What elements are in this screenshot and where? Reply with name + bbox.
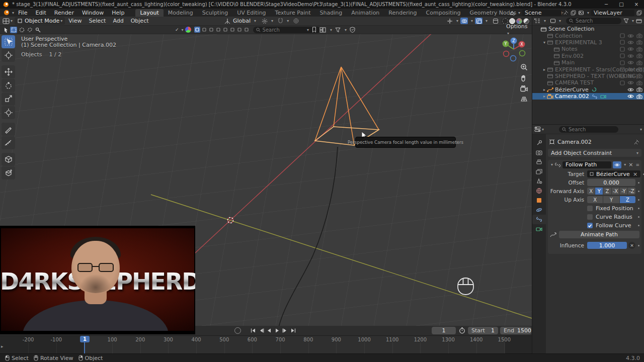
animate-dot[interactable] (638, 208, 639, 209)
toggle-volume-icon[interactable] (229, 27, 235, 33)
outliner-search[interactable] (566, 18, 621, 24)
toggle-curve-icon[interactable] (201, 27, 207, 33)
play-button[interactable] (274, 327, 280, 334)
viewlayer-icon[interactable] (578, 10, 584, 16)
properties-tab-physics[interactable] (532, 205, 546, 215)
show-overlays-icon[interactable] (460, 18, 468, 24)
mode-select-lasso-icon[interactable] (26, 27, 33, 33)
up-axis-x[interactable]: X (587, 196, 603, 203)
properties-search-input[interactable] (569, 127, 608, 132)
xray-toggle-icon[interactable] (475, 18, 482, 24)
viewport-menu-add[interactable]: Add (109, 18, 127, 24)
orientation-icon[interactable] (224, 18, 230, 24)
up-axis-y[interactable]: Y (603, 196, 619, 203)
tool-annotate[interactable] (2, 123, 15, 136)
influence-slider[interactable]: 1.000 (587, 242, 627, 249)
checkbox-toggle-icon[interactable] (620, 73, 625, 78)
viewport-search-input[interactable] (263, 27, 303, 33)
viewlayer-name-field[interactable]: ViewLayer (591, 10, 634, 16)
stopwatch-icon[interactable] (459, 327, 465, 334)
magnet-icon[interactable] (278, 18, 283, 24)
target-field[interactable]: BézierCurve × (587, 170, 640, 177)
tool-scale[interactable] (2, 93, 15, 106)
eye-toggle-icon[interactable] (627, 94, 634, 99)
camera-toggle-icon[interactable] (636, 60, 642, 65)
forward-axis--y[interactable]: -Y (620, 188, 627, 195)
forward-axis--x[interactable]: -X (612, 188, 619, 195)
expand-arrow[interactable]: ▸ (542, 87, 547, 92)
outliner-item-b-ziercurve[interactable]: ▸BézierCurve (532, 86, 644, 93)
animate-dot[interactable] (638, 199, 639, 201)
camera-view-icon[interactable] (520, 85, 528, 92)
tool-rotate[interactable] (2, 79, 15, 92)
frame-start-field[interactable]: Start1 (468, 327, 498, 334)
properties-options-chevron[interactable]: ▾ (640, 127, 642, 132)
menu-file[interactable]: File (14, 10, 31, 16)
scene-pin-icon[interactable] (564, 10, 569, 15)
camera-toggle-icon[interactable] (636, 73, 642, 78)
camera-toggle-icon[interactable] (636, 47, 642, 52)
checkbox-toggle-icon[interactable] (620, 40, 625, 45)
scene-new-icon[interactable] (571, 10, 576, 16)
menu-help[interactable]: Help (108, 10, 128, 16)
auto-keying-toggle[interactable] (234, 327, 241, 334)
animate-dot[interactable] (638, 225, 639, 226)
mode-select-circle-icon[interactable] (18, 27, 25, 33)
eye-toggle-icon[interactable] (627, 67, 634, 72)
toggle-mesh-icon[interactable] (194, 27, 200, 33)
checkbox-curve-radius[interactable] (587, 214, 593, 220)
outliner-item-experimental-3[interactable]: ▾EXPERIMENTAL 3 (532, 39, 644, 46)
tab-shading[interactable]: Shading (315, 9, 347, 17)
zoom-view-icon[interactable] (520, 63, 528, 71)
up-axis-z[interactable]: Z (620, 196, 635, 203)
eye-toggle-icon[interactable] (627, 34, 634, 38)
forward-axis-z[interactable]: Z (603, 188, 611, 195)
mode-tweak-icon[interactable] (2, 27, 9, 33)
expand-arrow[interactable]: ▸ (542, 94, 547, 99)
snap-base-icon[interactable] (262, 18, 268, 24)
menu-edit[interactable]: Edit (31, 10, 50, 16)
scene-name-field[interactable]: Scene (522, 10, 561, 16)
menu-render[interactable]: Render (50, 10, 78, 16)
outliner-item-scene-collection[interactable]: Scene Collection (532, 26, 644, 32)
properties-editor-chevron[interactable]: ▾ (542, 127, 544, 132)
forward-axis-y[interactable]: Y (595, 188, 603, 195)
checkbox-toggle-icon[interactable] (620, 53, 625, 58)
eye-toggle-icon[interactable] (627, 60, 634, 65)
menu-window[interactable]: Window (78, 10, 108, 16)
clear-target-button[interactable]: × (632, 171, 638, 177)
tab-compositing[interactable]: Compositing (422, 9, 465, 17)
toggle-armature-icon[interactable] (236, 27, 243, 33)
camera-toggle-icon[interactable] (636, 33, 642, 38)
orientation-value[interactable]: Global (233, 18, 251, 24)
layout-settings-icon[interactable] (319, 27, 326, 33)
camera-toggle-icon[interactable] (636, 94, 642, 99)
animate-dot[interactable] (638, 245, 639, 246)
pin-icon[interactable] (634, 139, 639, 145)
mode-select-paint-icon[interactable] (34, 27, 41, 33)
tab-sculpting[interactable]: Sculpting (198, 9, 232, 17)
xray-chevron[interactable]: ▾ (486, 19, 488, 23)
outliner-filter-icon[interactable] (623, 18, 629, 24)
outliner-item-shepherd-text-working-[interactable]: SHEPHERD - TEXT (WORKING) (532, 73, 644, 79)
outliner-display-mode-chevron[interactable]: ▾ (544, 19, 546, 23)
expand-arrow[interactable]: ▸ (542, 67, 547, 72)
checkbox-follow-curve[interactable] (587, 223, 593, 228)
jump-to-prev-keyframe-button[interactable] (258, 327, 264, 334)
offset-field[interactable]: 0.000 (587, 179, 635, 186)
minimize-button[interactable]: ─ (599, 0, 614, 9)
eye-toggle-icon[interactable] (627, 74, 634, 78)
animate-dot[interactable] (638, 191, 639, 192)
mode-dropdown[interactable]: Object Mode ▾ (15, 17, 65, 25)
jump-to-next-keyframe-button[interactable] (282, 327, 288, 334)
outliner-item-camera-002[interactable]: ▸Camera.002 (532, 93, 644, 100)
enable-check-icon[interactable]: ✓ (175, 27, 179, 32)
tab-modeling[interactable]: Modeling (164, 9, 198, 17)
constraint-extras-chevron[interactable]: ▾ (624, 162, 626, 167)
panel-expand-chevron[interactable]: ▾ (551, 162, 553, 167)
select-through-chevron[interactable]: ▾ (307, 28, 309, 32)
layout-settings-chevron[interactable]: ▾ (330, 28, 332, 32)
eye-toggle-icon[interactable] (627, 80, 634, 85)
properties-editor-icon[interactable] (534, 126, 541, 132)
render-pass-icon[interactable] (492, 18, 499, 24)
